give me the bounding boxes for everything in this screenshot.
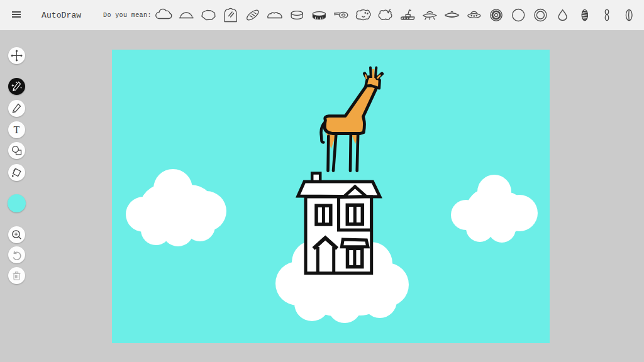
svg-text:T: T bbox=[13, 124, 19, 135]
